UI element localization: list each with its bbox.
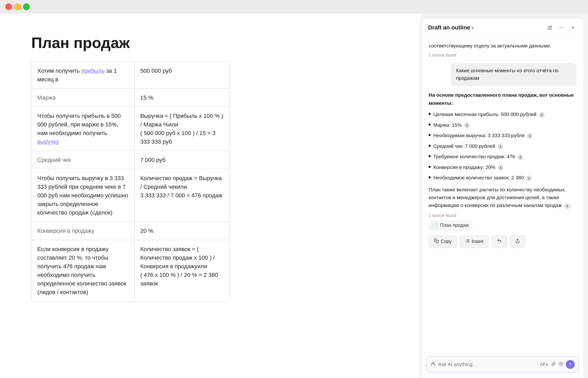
- svg-point-13: [560, 363, 562, 365]
- sales-table: Хотим получить прибыль за 1 месяц в 500 …: [31, 62, 230, 301]
- table-cell: Количество продаж = Выручка / Средний че…: [134, 169, 229, 222]
- table-row: Средний чек 7 000 руб: [32, 151, 230, 169]
- user-message-text: Какие основные моменты из этого отчёта п…: [456, 68, 559, 81]
- panel-header: Draft an outline ∨: [422, 18, 583, 36]
- user-message-bubble: Какие основные моменты из этого отчёта п…: [451, 63, 577, 86]
- app-body: План продаж Хотим получить прибыль за 1 …: [0, 14, 588, 378]
- source-item-name: План продаж: [440, 223, 469, 228]
- info-icon[interactable]: 1: [539, 112, 545, 118]
- input-extras: All ∨: [540, 360, 575, 369]
- minimize-button[interactable]: [14, 3, 21, 10]
- chevron-down-icon: ∨: [545, 362, 549, 367]
- copy-button[interactable]: Copy: [429, 235, 457, 248]
- bullet-dot: [429, 155, 431, 157]
- list-item: Конверсия в продажу: 20% 1: [429, 164, 577, 171]
- revenue-link[interactable]: выручку: [37, 138, 59, 145]
- titlebar: [0, 0, 588, 14]
- table-cell: Если конверсия в продажу составляет 20 %…: [32, 240, 135, 301]
- input-area: All ∨: [422, 353, 583, 378]
- attach-button[interactable]: [551, 362, 556, 368]
- list-item: Необходимая выручка: 3 333 333 рубля 1: [429, 132, 577, 139]
- bullet-list: Целевая месячная прибыль: 500 000 рублей…: [429, 111, 577, 182]
- at-mention-button[interactable]: [559, 362, 563, 368]
- table-cell: 7 000 руб: [134, 151, 229, 169]
- panel-title-text: Draft an outline: [428, 24, 470, 31]
- magic-wand-icon: [430, 361, 436, 368]
- bullet-dot: [429, 176, 431, 178]
- insert-label: Insert: [472, 239, 483, 244]
- profit-link[interactable]: прибыль: [81, 68, 105, 74]
- info-icon[interactable]: 1: [497, 144, 503, 149]
- panel-title: Draft an outline ∨: [428, 24, 474, 31]
- info-icon[interactable]: 1: [527, 133, 533, 139]
- table-cell: Выручка = ( Прибыль х 100 % ) / Маржа %и…: [134, 107, 229, 151]
- panel-header-icons: [546, 23, 577, 32]
- table-cell: Количество заявок = ( Количество продаж …: [134, 240, 229, 301]
- bullet-dot: [429, 134, 431, 136]
- share-button[interactable]: [510, 235, 525, 248]
- table-cell: 500 000 руб: [134, 62, 229, 88]
- chevron-down-icon[interactable]: ∨: [471, 26, 474, 30]
- table-row: Чтобы получить прибыль в 500 000 рублей,…: [32, 107, 230, 151]
- table-row: Хотим получить прибыль за 1 месяц в 500 …: [32, 62, 230, 88]
- source-badge-top: 1 source found: [429, 53, 577, 58]
- list-item-text: Конверсия в продажу: 20% 1: [433, 164, 503, 171]
- table-row: Если конверсия в продажу составляет 20 %…: [32, 240, 230, 301]
- undo-button[interactable]: [491, 235, 507, 248]
- list-item-text: Средний чек: 7 000 рублей 1: [433, 143, 503, 150]
- ai-footer-text: План также включает расчеты по количеств…: [429, 186, 577, 210]
- panel-content: соответствующему отделу за актуальными д…: [422, 36, 583, 353]
- bullet-dot: [429, 145, 431, 147]
- table-row: Чтобы получить выручку в 3 333 333 рубле…: [32, 169, 230, 222]
- svg-point-1: [561, 27, 562, 28]
- page-title: План продаж: [31, 34, 395, 51]
- table-cell: Чтобы получить выручку в 3 333 333 рубле…: [32, 169, 135, 222]
- panel-intro-text: соответствующему отделу за актуальными д…: [429, 42, 577, 50]
- table-row: Маржа 15 %: [32, 88, 230, 107]
- ask-ai-input[interactable]: [438, 362, 537, 367]
- close-icon[interactable]: [569, 23, 577, 32]
- bullet-dot: [429, 124, 431, 126]
- edit-icon[interactable]: [546, 23, 554, 32]
- info-icon[interactable]: 1: [526, 175, 532, 181]
- info-icon[interactable]: 1: [464, 123, 470, 128]
- list-item: Средний чек: 7 000 рублей 1: [429, 143, 577, 150]
- table-cell: Чтобы получить прибыль в 500 000 рублей,…: [32, 107, 135, 151]
- svg-rect-5: [436, 240, 439, 243]
- list-item-text: Маржа: 15% 1: [433, 121, 470, 129]
- table-cell: Хотим получить прибыль за 1 месяц в: [32, 62, 135, 88]
- table-cell: 20 %: [134, 222, 229, 240]
- ai-response-heading: На основе предоставленного плана продаж,…: [429, 91, 577, 107]
- svg-point-2: [562, 27, 563, 28]
- insert-icon: [465, 239, 470, 245]
- list-item-text: Необходимая выручка: 3 333 333 рубля 1: [433, 132, 533, 139]
- list-item: Требуемое количество продаж: 476 1: [429, 153, 577, 161]
- more-options-icon[interactable]: [557, 23, 566, 32]
- table-cell-label: Конверсия в продажу: [32, 222, 135, 240]
- svg-point-0: [560, 27, 560, 28]
- list-item: Необходимое количество заявок: 2 380 1: [429, 174, 577, 182]
- list-item-text: Целевая месячная прибыль: 500 000 рублей…: [433, 111, 545, 118]
- table-cell: 15 %: [134, 88, 229, 107]
- table-row: Конверсия в продажу 20 %: [32, 222, 230, 240]
- share-icon: [515, 239, 520, 245]
- info-icon[interactable]: 1: [518, 154, 523, 160]
- close-button[interactable]: [5, 3, 12, 10]
- source-section: 1 source found 📄 План продаж: [429, 213, 577, 231]
- copy-label: Copy: [441, 239, 452, 244]
- all-dropdown-button[interactable]: All ∨: [540, 362, 549, 367]
- send-button[interactable]: [566, 360, 575, 369]
- insert-button[interactable]: Insert: [460, 235, 489, 248]
- document-area: План продаж Хотим получить прибыль за 1 …: [0, 14, 422, 378]
- info-icon[interactable]: 1: [564, 203, 570, 209]
- input-row: All ∨: [426, 356, 579, 373]
- list-item: Целевая месячная прибыль: 500 000 рублей…: [429, 111, 577, 118]
- list-item-text: Необходимое количество заявок: 2 380 1: [433, 174, 532, 182]
- info-icon[interactable]: 1: [498, 165, 503, 170]
- source-item[interactable]: 📄 План продаж: [429, 220, 472, 231]
- list-item: Маржа: 15% 1: [429, 121, 577, 129]
- maximize-button[interactable]: [23, 3, 30, 10]
- undo-icon: [497, 239, 502, 245]
- table-cell-label: Средний чек: [32, 151, 135, 169]
- action-row: Copy Insert: [429, 235, 577, 248]
